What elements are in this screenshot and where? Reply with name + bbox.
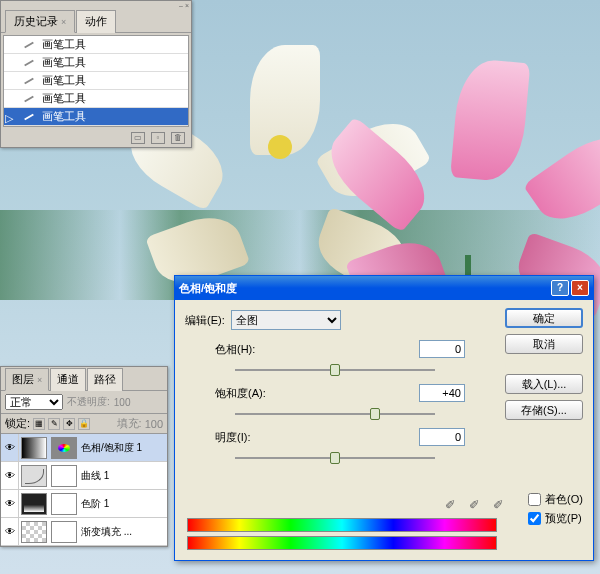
mask-thumb[interactable] — [51, 521, 77, 543]
trash-icon[interactable]: 🗑 — [171, 132, 185, 144]
colorize-checkbox[interactable]: 着色(O) — [528, 492, 583, 507]
history-item[interactable]: 画笔工具 — [4, 54, 188, 72]
minimize-icon[interactable]: – — [179, 2, 183, 9]
history-item[interactable]: 画笔工具 — [4, 90, 188, 108]
ok-button[interactable]: 确定 — [505, 308, 583, 328]
dialog-titlebar[interactable]: 色相/饱和度 ? × — [175, 276, 593, 300]
slider-thumb[interactable] — [330, 452, 340, 464]
layer-row[interactable]: 👁 曲线 1 — [1, 462, 167, 490]
layer-name: 色相/饱和度 1 — [79, 441, 142, 455]
hue-spectrum-bottom — [187, 536, 497, 550]
brush-icon — [22, 92, 38, 106]
load-button[interactable]: 载入(L)... — [505, 374, 583, 394]
history-item[interactable]: 画笔工具 — [4, 72, 188, 90]
layer-row[interactable]: 👁 渐变填充 ... — [1, 518, 167, 546]
brush-icon — [22, 74, 38, 88]
slider-thumb[interactable] — [330, 364, 340, 376]
new-icon[interactable]: ▫ — [151, 132, 165, 144]
layer-name: 曲线 1 — [79, 469, 109, 483]
visibility-icon[interactable]: 👁 — [1, 490, 19, 517]
fill-value[interactable]: 100 — [145, 418, 163, 430]
history-item-label: 画笔工具 — [42, 55, 86, 70]
layer-name: 渐变填充 ... — [79, 525, 132, 539]
layer-row[interactable]: 👁 色阶 1 — [1, 490, 167, 518]
history-item-label: 画笔工具 — [42, 91, 86, 106]
history-item-label: 画笔工具 — [42, 109, 86, 124]
tab-channels[interactable]: 通道 — [50, 368, 86, 391]
history-item[interactable]: 画笔工具 — [4, 36, 188, 54]
tab-history[interactable]: 历史记录× — [5, 10, 75, 33]
layer-thumb[interactable] — [21, 465, 47, 487]
history-tabs: 历史记录× 动作 — [1, 9, 191, 33]
mask-thumb[interactable] — [51, 493, 77, 515]
saturation-label: 饱和度(A): — [215, 386, 266, 401]
lock-move-icon[interactable]: ✥ — [63, 418, 75, 430]
visibility-icon[interactable]: 👁 — [1, 518, 19, 545]
history-item-selected[interactable]: ▷画笔工具 — [4, 108, 188, 126]
dialog-buttons: 确定 取消 载入(L)... 存储(S)... — [505, 308, 583, 420]
hue-saturation-dialog: 色相/饱和度 ? × 编辑(E): 全图 色相(H): 饱和度(A): 明度(I… — [174, 275, 594, 561]
dialog-checkboxes: 着色(O) 预览(P) — [528, 492, 583, 530]
cancel-button[interactable]: 取消 — [505, 334, 583, 354]
tab-history-label: 历史记录 — [14, 15, 58, 27]
help-icon[interactable]: ? — [551, 280, 569, 296]
layer-thumb[interactable] — [21, 521, 47, 543]
close-icon[interactable]: × — [185, 2, 189, 9]
save-button[interactable]: 存储(S)... — [505, 400, 583, 420]
lightness-input[interactable] — [419, 428, 465, 446]
slider-thumb[interactable] — [370, 408, 380, 420]
hue-slider[interactable] — [235, 362, 435, 378]
layer-thumb[interactable] — [21, 437, 47, 459]
eyedropper-icon[interactable]: ✏ — [442, 492, 465, 515]
opacity-value[interactable]: 100 — [114, 397, 131, 408]
history-marker-icon: ▷ — [5, 112, 15, 122]
visibility-icon[interactable]: 👁 — [1, 434, 19, 461]
layer-thumb[interactable] — [21, 493, 47, 515]
layer-name: 色阶 1 — [79, 497, 109, 511]
history-list: 画笔工具 画笔工具 画笔工具 画笔工具 ▷画笔工具 — [3, 35, 189, 127]
lock-label: 锁定: — [5, 416, 30, 431]
history-item-label: 画笔工具 — [42, 37, 86, 52]
blend-mode-select[interactable]: 正常 — [5, 394, 63, 410]
preview-checkbox[interactable]: 预览(P) — [528, 511, 583, 526]
layer-row-selected[interactable]: 👁 色相/饱和度 1 — [1, 434, 167, 462]
saturation-slider[interactable] — [235, 406, 435, 422]
opacity-label: 不透明度: — [67, 395, 110, 409]
lock-all-icon[interactable]: 🔒 — [78, 418, 90, 430]
saturation-input[interactable] — [419, 384, 465, 402]
eyedropper-group: ✏ ✏ ✏ — [445, 495, 509, 511]
history-item-label: 画笔工具 — [42, 73, 86, 88]
tab-paths[interactable]: 路径 — [87, 368, 123, 391]
edit-label: 编辑(E): — [185, 313, 225, 328]
snapshot-icon[interactable]: ▭ — [131, 132, 145, 144]
lock-brush-icon[interactable]: ✎ — [48, 418, 60, 430]
tab-close-icon[interactable]: × — [61, 17, 66, 27]
close-icon[interactable]: × — [571, 280, 589, 296]
layers-panel: 图层× 通道 路径 正常 不透明度: 100 锁定: ▦ ✎ ✥ 🔒 填充: 1… — [0, 366, 168, 547]
lightness-label: 明度(I): — [215, 430, 250, 445]
lock-pixels-icon[interactable]: ▦ — [33, 418, 45, 430]
preview-input[interactable] — [528, 512, 541, 525]
tab-layers[interactable]: 图层× — [5, 368, 49, 391]
layers-lock-row: 锁定: ▦ ✎ ✥ 🔒 填充: 100 — [1, 414, 167, 434]
eyedropper-add-icon[interactable]: ✏ — [466, 492, 489, 515]
history-panel: – × 历史记录× 动作 画笔工具 画笔工具 画笔工具 画笔工具 ▷画笔工具 ▭… — [0, 0, 192, 148]
colorize-input[interactable] — [528, 493, 541, 506]
eyedropper-subtract-icon[interactable]: ✏ — [490, 492, 513, 515]
hue-input[interactable] — [419, 340, 465, 358]
mask-thumb[interactable] — [51, 465, 77, 487]
adjustment-thumb[interactable] — [51, 437, 77, 459]
colorize-label: 着色(O) — [545, 492, 583, 507]
brush-icon — [22, 56, 38, 70]
brush-icon — [22, 38, 38, 52]
tab-actions[interactable]: 动作 — [76, 10, 116, 33]
tab-layers-label: 图层 — [12, 373, 34, 385]
layers-list: 👁 色相/饱和度 1 👁 曲线 1 👁 色阶 1 👁 渐变填充 ... — [1, 434, 167, 546]
tab-close-icon[interactable]: × — [37, 375, 42, 385]
lightness-slider[interactable] — [235, 450, 435, 466]
edit-select[interactable]: 全图 — [231, 310, 341, 330]
background-flower-pink — [370, 60, 590, 260]
fill-label: 填充: — [117, 416, 142, 431]
layers-options: 正常 不透明度: 100 — [1, 391, 167, 414]
visibility-icon[interactable]: 👁 — [1, 462, 19, 489]
